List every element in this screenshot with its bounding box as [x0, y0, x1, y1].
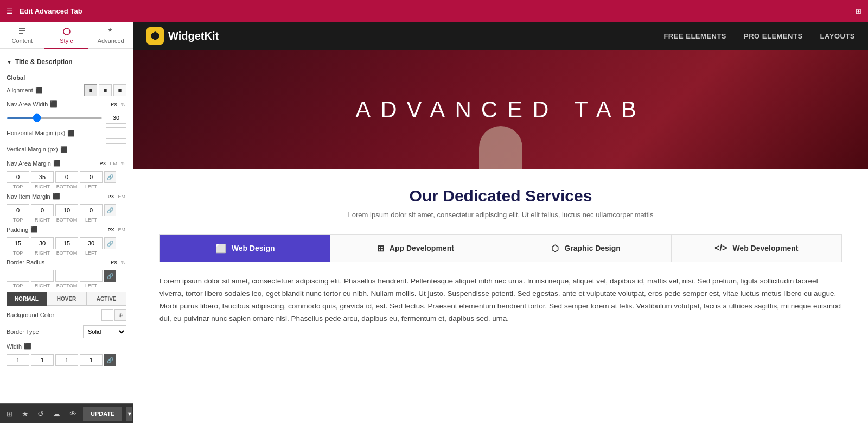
nav-area-margin-link-btn[interactable]: 🔗 — [104, 171, 116, 183]
unit-px-btn[interactable]: PX — [110, 101, 118, 108]
tab-style[interactable]: Style — [44, 22, 89, 49]
padding-label-row: Padding ⬛ PX EM — [7, 226, 126, 233]
top-bar: ☰ Edit Advanced Tab ⊞ — [0, 0, 868, 22]
width-link-btn[interactable]: 🔗 — [104, 354, 116, 366]
nav-item-em-btn[interactable]: EM — [117, 193, 127, 200]
border-type-select[interactable]: Solid None Dashed Dotted — [83, 325, 126, 338]
nav-area-margin-bottom[interactable] — [55, 171, 78, 183]
nav-width-slider[interactable] — [7, 117, 103, 119]
nav-item-margin-top[interactable] — [7, 204, 29, 216]
width-label: Width ⬛ — [7, 343, 126, 350]
hamburger-icon[interactable]: ☰ — [7, 7, 13, 15]
width-left[interactable] — [80, 354, 103, 366]
nav-margin-px-btn[interactable]: PX — [98, 160, 107, 167]
nav-area-width-row: Nav Area Width ⬛ PX % — [7, 100, 126, 108]
padding-labels: TOP RIGHT BOTTOM LEFT — [7, 250, 126, 256]
nav-item-margin-inputs: 🔗 — [7, 204, 126, 216]
state-normal-btn[interactable]: NORMAL — [7, 292, 47, 306]
width-top[interactable] — [7, 354, 29, 366]
nav-layouts[interactable]: LAYOUTS — [820, 32, 855, 40]
tab-content-text: Lorem ipsum dolor sit amet, consectetuer… — [159, 275, 842, 325]
border-radius-right[interactable] — [31, 270, 54, 282]
hero-section: ADVANCED TAB — [133, 50, 868, 169]
align-center-btn[interactable]: ≡ — [99, 84, 112, 96]
state-hover-btn[interactable]: HOVER — [47, 292, 87, 306]
nav-area-margin-left[interactable] — [80, 171, 103, 183]
nav-width-slider-row — [7, 112, 126, 124]
width-bottom[interactable] — [55, 354, 78, 366]
svg-marker-1 — [151, 31, 159, 40]
services-subtitle: Lorem ipsum dolor sit amet, consectetur … — [159, 211, 842, 219]
nav-item-margin-right[interactable] — [31, 204, 54, 216]
tool-eye-icon[interactable]: 👁 — [67, 407, 79, 420]
nav-margin-pct-btn[interactable]: % — [120, 160, 126, 167]
collapse-button[interactable]: ▼ — [126, 407, 132, 421]
hero-title: ADVANCED TAB — [355, 97, 646, 123]
content-area: WidgetKit FREE ELEMENTS PRO ELEMENTS LAY… — [133, 22, 868, 423]
nav-area-margin-label-row: Nav Area Margin ⬛ PX EM % — [7, 160, 126, 167]
tab-web-design[interactable]: ⬜ Web Design — [160, 235, 330, 262]
tool-star-icon[interactable]: ★ — [20, 407, 31, 420]
nav-item-margin-left[interactable] — [80, 204, 103, 216]
border-radius-inputs: 🔗 — [7, 270, 126, 282]
nav-free-elements[interactable]: FREE ELEMENTS — [663, 32, 726, 40]
nav-item-margin-link-btn[interactable]: 🔗 — [104, 204, 116, 216]
collapse-handle[interactable]: ◀ — [133, 212, 133, 233]
border-radius-left[interactable] — [80, 270, 103, 282]
padding-link-btn[interactable]: 🔗 — [104, 237, 116, 249]
tab-web-development[interactable]: </> Web Development — [672, 235, 841, 262]
nav-area-width-label: Nav Area Width ⬛ — [7, 100, 110, 108]
padding-top[interactable] — [7, 237, 29, 249]
color-palette-btn[interactable]: ⊕ — [114, 309, 126, 321]
grid-icon[interactable]: ⊞ — [856, 7, 861, 15]
border-type-label: Border Type — [7, 329, 83, 335]
border-radius-top[interactable] — [7, 270, 29, 282]
tab-app-dev-label: App Development — [390, 244, 454, 252]
monitor-icon-3: ⬛ — [67, 130, 75, 137]
nav-item-margin-label-row: Nav Item Margin ⬛ PX EM — [7, 193, 126, 200]
update-button[interactable]: UPDATE — [83, 407, 122, 421]
monitor-icon-2: ⬛ — [50, 100, 58, 108]
nav-area-margin-right[interactable] — [31, 171, 54, 183]
wk-header: WidgetKit FREE ELEMENTS PRO ELEMENTS LAY… — [133, 22, 868, 50]
padding-inputs: 🔗 — [7, 237, 126, 249]
logo-text: WidgetKit — [168, 30, 219, 42]
border-radius-bottom[interactable] — [55, 270, 78, 282]
padding-right[interactable] — [31, 237, 54, 249]
tab-app-development[interactable]: ⊞ App Development — [330, 235, 501, 262]
nav-width-input[interactable] — [106, 112, 126, 124]
vert-margin-input[interactable] — [106, 143, 126, 155]
bg-color-swatch[interactable] — [101, 309, 113, 321]
chevron-icon: ▼ — [7, 59, 12, 65]
border-radius-link-btn[interactable]: 🔗 — [104, 270, 116, 282]
background-color-row: Background Color ⊕ — [7, 309, 126, 321]
align-left-btn[interactable]: ≡ — [84, 84, 97, 96]
padding-em-btn[interactable]: EM — [117, 226, 127, 233]
tab-graphic-design-label: Graphic Design — [564, 244, 620, 252]
nav-margin-em-btn[interactable]: EM — [108, 160, 118, 167]
padding-bottom[interactable] — [55, 237, 78, 249]
tab-advanced[interactable]: Advanced — [88, 22, 133, 49]
border-radius-pct-btn[interactable]: % — [120, 259, 126, 266]
tool-cloud-icon[interactable]: ☁ — [50, 407, 62, 420]
align-right-btn[interactable]: ≡ — [113, 84, 126, 96]
nav-pro-elements[interactable]: PRO ELEMENTS — [744, 32, 803, 40]
tab-graphic-design[interactable]: ⬡ Graphic Design — [501, 235, 672, 262]
tool-layers-icon[interactable]: ⊞ — [4, 407, 15, 420]
sidebar: Content Style Advanced ▼ Title & Descrip… — [0, 22, 133, 423]
horiz-margin-input[interactable] — [106, 127, 126, 139]
nav-item-px-btn[interactable]: PX — [106, 193, 115, 200]
section-header-title[interactable]: ▼ Title & Description — [7, 54, 126, 69]
padding-px-btn[interactable]: PX — [106, 226, 115, 233]
tab-content[interactable]: Content — [0, 22, 44, 49]
sidebar-tabs: Content Style Advanced — [0, 22, 133, 49]
nav-item-margin-bottom[interactable] — [55, 204, 78, 216]
state-active-btn[interactable]: ACTIVE — [86, 292, 126, 306]
border-radius-px-btn[interactable]: PX — [110, 259, 118, 266]
padding-left[interactable] — [80, 237, 103, 249]
width-right[interactable] — [31, 354, 54, 366]
tool-undo-icon[interactable]: ↺ — [35, 407, 46, 420]
unit-pct-btn[interactable]: % — [120, 101, 126, 108]
nav-area-margin-top[interactable] — [7, 171, 29, 183]
hero-figure — [474, 126, 528, 169]
